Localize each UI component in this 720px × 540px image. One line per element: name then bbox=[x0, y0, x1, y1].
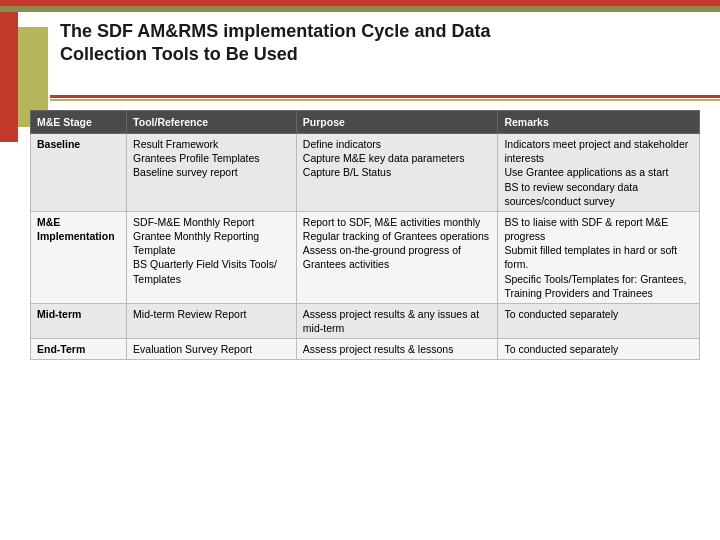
title-divider bbox=[50, 95, 720, 98]
purpose-item: Define indicators bbox=[303, 137, 492, 151]
stage-baseline: Baseline bbox=[31, 134, 127, 212]
main-table-wrapper: M&E Stage Tool/Reference Purpose Remarks… bbox=[30, 110, 700, 530]
purposes-endterm: Assess project results & lessons bbox=[296, 339, 498, 360]
tool-item: Mid-term Review Report bbox=[133, 307, 290, 321]
remarks-midterm: To conducted separately bbox=[498, 303, 700, 338]
tool-item: Baseline survey report bbox=[133, 165, 290, 179]
stage-mae: M&EImplementation bbox=[31, 211, 127, 303]
table-row-mae: M&EImplementation SDF-M&E Monthly Report… bbox=[31, 211, 700, 303]
tools-baseline: Result Framework Grantees Profile Templa… bbox=[127, 134, 297, 212]
tool-item: Evaluation Survey Report bbox=[133, 342, 290, 356]
left-deco-red bbox=[0, 12, 18, 142]
purposes-baseline: Define indicators Capture M&E key data p… bbox=[296, 134, 498, 212]
page-title: The SDF AM&RMS implementation Cycle and … bbox=[60, 20, 700, 67]
tools-mae: SDF-M&E Monthly Report Grantee Monthly R… bbox=[127, 211, 297, 303]
tool-item: Grantee Monthly Reporting Template bbox=[133, 229, 290, 257]
stage-endterm: End-Term bbox=[31, 339, 127, 360]
tool-item: Result Framework bbox=[133, 137, 290, 151]
remark-item: Use Grantee applications as a start bbox=[504, 165, 693, 179]
remark-item: Submit filled templates in hard or soft … bbox=[504, 243, 693, 271]
tool-item: Grantees Profile Templates bbox=[133, 151, 290, 165]
remark-item: To conducted separately bbox=[504, 342, 693, 356]
stage-midterm: Mid-term bbox=[31, 303, 127, 338]
remark-item: To conducted separately bbox=[504, 307, 693, 321]
purpose-item: Capture B/L Status bbox=[303, 165, 492, 179]
remark-item: Indicators meet project and stakeholder … bbox=[504, 137, 693, 165]
remark-item: BS to liaise with SDF & report M&E progr… bbox=[504, 215, 693, 243]
table-row-endterm: End-Term Evaluation Survey Report Assess… bbox=[31, 339, 700, 360]
stage-label-mae: M&EImplementation bbox=[37, 216, 115, 242]
col-header-remarks: Remarks bbox=[498, 111, 700, 134]
remarks-baseline: Indicators meet project and stakeholder … bbox=[498, 134, 700, 212]
table-row-midterm: Mid-term Mid-term Review Report Assess p… bbox=[31, 303, 700, 338]
purposes-midterm: Assess project results & any issues at m… bbox=[296, 303, 498, 338]
tool-item: BS Quarterly Field Visits Tools/ Templat… bbox=[133, 257, 290, 285]
purpose-item: Assess project results & any issues at m… bbox=[303, 307, 492, 335]
remark-item: Specific Tools/Templates for: Grantees, … bbox=[504, 272, 693, 300]
col-header-purpose: Purpose bbox=[296, 111, 498, 134]
remarks-mae: BS to liaise with SDF & report M&E progr… bbox=[498, 211, 700, 303]
purpose-item: Capture M&E key data parameters bbox=[303, 151, 492, 165]
title-divider2 bbox=[50, 99, 720, 101]
top-bar-olive bbox=[0, 6, 720, 12]
table-row-baseline: Baseline Result Framework Grantees Profi… bbox=[31, 134, 700, 212]
main-table: M&E Stage Tool/Reference Purpose Remarks… bbox=[30, 110, 700, 360]
purpose-item: Assess on-the-ground progress of Grantee… bbox=[303, 243, 492, 271]
title-area: The SDF AM&RMS implementation Cycle and … bbox=[60, 20, 700, 67]
tool-item: SDF-M&E Monthly Report bbox=[133, 215, 290, 229]
remark-item: BS to review secondary data sources/cond… bbox=[504, 180, 693, 208]
tools-endterm: Evaluation Survey Report bbox=[127, 339, 297, 360]
page-wrapper: The SDF AM&RMS implementation Cycle and … bbox=[0, 0, 720, 540]
purpose-item: Regular tracking of Grantees operations bbox=[303, 229, 492, 243]
table-header-row: M&E Stage Tool/Reference Purpose Remarks bbox=[31, 111, 700, 134]
purpose-item: Assess project results & lessons bbox=[303, 342, 492, 356]
remarks-endterm: To conducted separately bbox=[498, 339, 700, 360]
tools-midterm: Mid-term Review Report bbox=[127, 303, 297, 338]
purpose-item: Report to SDF, M&E activities monthly bbox=[303, 215, 492, 229]
col-header-stage: M&E Stage bbox=[31, 111, 127, 134]
col-header-tool: Tool/Reference bbox=[127, 111, 297, 134]
purposes-mae: Report to SDF, M&E activities monthly Re… bbox=[296, 211, 498, 303]
top-bar-container bbox=[0, 0, 720, 12]
